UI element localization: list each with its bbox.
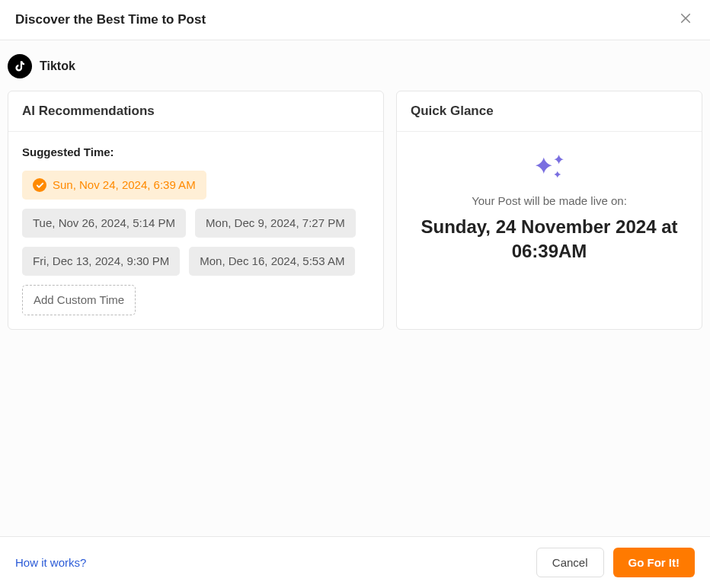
sparkle-icon [529, 153, 570, 185]
platform-name: Tiktok [40, 59, 75, 73]
close-icon [679, 11, 692, 28]
quick-glance-title: Quick Glance [397, 91, 702, 132]
quick-glance-subtext: Your Post will be made live on: [472, 194, 627, 207]
modal-footer: How it works? Cancel Go For It! [0, 536, 710, 588]
close-button[interactable] [676, 11, 695, 29]
suggested-time-label: Suggested Time: [22, 145, 369, 158]
check-icon [33, 178, 46, 192]
time-chip-label: Mon, Dec 16, 2024, 5:53 AM [200, 254, 344, 268]
tiktok-icon [8, 54, 32, 78]
quick-glance-main-text: Sunday, 24 November 2024 at 06:39AM [414, 215, 685, 264]
modal-body: Tiktok AI Recommendations Suggested Time… [0, 40, 710, 536]
ai-recommendations-title: AI Recommendations [8, 91, 383, 132]
time-chip-label: Fri, Dec 13, 2024, 9:30 PM [33, 254, 169, 268]
cancel-button[interactable]: Cancel [536, 548, 604, 577]
how-it-works-link[interactable]: How it works? [15, 556, 86, 569]
go-for-it-button[interactable]: Go For It! [613, 548, 696, 577]
time-chip-label: Mon, Dec 9, 2024, 7:27 PM [206, 216, 345, 230]
suggested-time-chips: Sun, Nov 24, 2024, 6:39 AM Tue, Nov 26, … [22, 171, 369, 315]
time-chip-label: Sun, Nov 24, 2024, 6:39 AM [53, 178, 196, 192]
quick-glance-card: Quick Glance Your Post will be made live… [396, 91, 702, 330]
platform-row: Tiktok [8, 54, 702, 91]
time-chip[interactable]: Mon, Dec 9, 2024, 7:27 PM [195, 209, 356, 238]
add-custom-time-label: Add Custom Time [34, 293, 124, 307]
time-chip[interactable]: Tue, Nov 26, 2024, 5:14 PM [22, 209, 186, 238]
add-custom-time-button[interactable]: Add Custom Time [22, 285, 136, 315]
time-chip-label: Tue, Nov 26, 2024, 5:14 PM [33, 216, 175, 230]
modal-header: Discover the Best Time to Post [0, 0, 710, 40]
time-chip[interactable]: Mon, Dec 16, 2024, 5:53 AM [189, 247, 355, 276]
time-chip[interactable]: Fri, Dec 13, 2024, 9:30 PM [22, 247, 180, 276]
time-chip[interactable]: Sun, Nov 24, 2024, 6:39 AM [22, 171, 206, 200]
ai-recommendations-card: AI Recommendations Suggested Time: Sun, … [8, 91, 384, 330]
modal-title: Discover the Best Time to Post [15, 12, 206, 27]
